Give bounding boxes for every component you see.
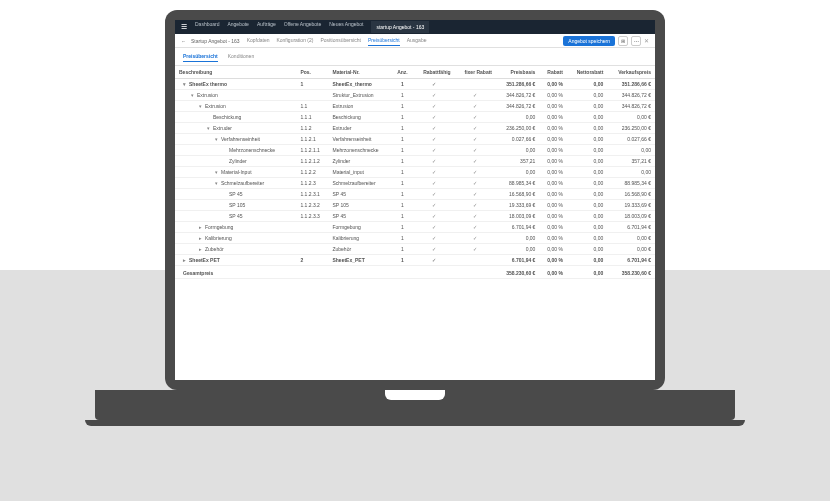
col-header: Verkaufspreis xyxy=(607,66,655,79)
save-button[interactable]: Angebot speichern xyxy=(563,36,615,46)
table-row[interactable]: ▾Verfahrenseinheit1.1.2.1Verfahrenseinhe… xyxy=(175,134,655,145)
maintab-preisübersicht[interactable]: Preisübersicht xyxy=(183,51,218,62)
total-row: Gesamtpreis358.230,60 €0,00 %0,00358.230… xyxy=(175,266,655,279)
table-row[interactable]: ▸FormgebungFormgebung1✓✓6.701,94 €0,00 %… xyxy=(175,222,655,233)
table-row[interactable]: ▸SheetEx PET2SheetEx_PET1✓6.701,94 €0,00… xyxy=(175,255,655,266)
top-nav: ☰ DashboardAngeboteAufträgeOffene Angebo… xyxy=(175,20,655,34)
tab-positionsübersicht[interactable]: Positionsübersicht xyxy=(320,35,361,46)
table-row[interactable]: SP 451.1.2.3.3SP 451✓✓18.003,09 €0,00 %0… xyxy=(175,211,655,222)
expand-icon[interactable]: ▾ xyxy=(207,125,213,131)
more-icon[interactable]: ⋯ xyxy=(631,36,641,46)
table-row[interactable]: ▾Extruder1.1.2Extruder1✓✓236.250,00 €0,0… xyxy=(175,123,655,134)
col-header: Rabattfähig xyxy=(413,66,454,79)
menu-icon[interactable]: ☰ xyxy=(181,23,187,31)
expand-icon[interactable]: ▾ xyxy=(183,81,189,87)
nav-offene-angebote[interactable]: Offene Angebote xyxy=(284,21,321,33)
table-row[interactable]: SP 451.1.2.3.1SP 451✓✓16.568,90 €0,00 %0… xyxy=(175,189,655,200)
nav-startup-angebot---163[interactable]: startup Angebot - 163 xyxy=(371,21,429,33)
tab-konfiguration (2)[interactable]: Konfiguration (2) xyxy=(276,35,313,46)
close-icon[interactable]: ✕ xyxy=(644,37,649,44)
table-row[interactable]: ▾SheetEx thermo1SheetEx_thermo1✓351.286,… xyxy=(175,79,655,90)
price-table: BeschreibungPos.Material-Nr.Anz.Rabattfä… xyxy=(175,66,655,279)
expand-icon[interactable]: ▸ xyxy=(199,246,205,252)
col-header: Pos. xyxy=(296,66,328,79)
col-header: Preisbasis xyxy=(496,66,539,79)
table-row[interactable]: ▾Extrusion1.1Extrusion1✓✓344.826,72 €0,0… xyxy=(175,101,655,112)
table-row[interactable]: SP 1051.1.2.3.2SP 1051✓✓19.333,69 €0,00 … xyxy=(175,200,655,211)
nav-neues-angebot[interactable]: Neues Angebot xyxy=(329,21,363,33)
tab-preisübersicht[interactable]: Preisübersicht xyxy=(368,35,400,46)
app-screen: ☰ DashboardAngeboteAufträgeOffene Angebo… xyxy=(175,20,655,380)
col-header: Anz. xyxy=(392,66,414,79)
table-row[interactable]: Mehrzonenschnecke1.1.2.1.1Mehrzonenschne… xyxy=(175,145,655,156)
sub-nav: ← Startup Angebot - 163 KopfdatenKonfigu… xyxy=(175,34,655,48)
expand-icon[interactable]: ▾ xyxy=(215,169,221,175)
tab-ausgabe[interactable]: Ausgabe xyxy=(407,35,427,46)
table-row[interactable]: ▸KalibrierungKalibrierung1✓✓0,000,00 %0,… xyxy=(175,233,655,244)
tab-kopfdaten[interactable]: Kopfdaten xyxy=(247,35,270,46)
table-row[interactable]: ▾Schmelzaufbereiter1.1.2.3Schmelzaufbere… xyxy=(175,178,655,189)
table-row[interactable]: ▾Material-Input1.1.2.2Material_input1✓✓0… xyxy=(175,167,655,178)
table-row[interactable]: Beschickung1.1.1Beschickung1✓✓0,000,00 %… xyxy=(175,112,655,123)
table-row[interactable]: Zylinder1.1.2.1.2Zylinder1✓✓357,210,00 %… xyxy=(175,156,655,167)
breadcrumb: Startup Angebot - 163 xyxy=(191,38,240,44)
col-header: Nettorabatt xyxy=(567,66,607,79)
expand-icon[interactable]: ▾ xyxy=(215,136,221,142)
expand-icon[interactable]: ▸ xyxy=(199,235,205,241)
col-header: fixer Rabatt xyxy=(455,66,496,79)
back-icon[interactable]: ← xyxy=(181,38,186,44)
table-row[interactable]: ▸ZubehörZubehör1✓✓0,000,00 %0,000,00 € xyxy=(175,244,655,255)
expand-icon[interactable]: ▸ xyxy=(183,257,189,263)
col-header: Material-Nr. xyxy=(328,66,391,79)
table-row[interactable]: ▾ExtrusionStruktur_Extrusion1✓✓344.826,7… xyxy=(175,90,655,101)
expand-icon[interactable]: ▾ xyxy=(199,103,205,109)
nav-dashboard[interactable]: Dashboard xyxy=(195,21,219,33)
nav-angebote[interactable]: Angebote xyxy=(227,21,248,33)
expand-icon[interactable]: ▾ xyxy=(215,180,221,186)
expand-icon[interactable]: ▸ xyxy=(199,224,205,230)
maintab-konditionen[interactable]: Konditionen xyxy=(228,51,254,62)
col-header: Rabatt xyxy=(539,66,566,79)
main-tabs: PreisübersichtKonditionen xyxy=(175,48,655,66)
layout-icon[interactable]: ⊞ xyxy=(618,36,628,46)
expand-icon[interactable]: ▾ xyxy=(191,92,197,98)
col-header: Beschreibung xyxy=(175,66,296,79)
nav-aufträge[interactable]: Aufträge xyxy=(257,21,276,33)
